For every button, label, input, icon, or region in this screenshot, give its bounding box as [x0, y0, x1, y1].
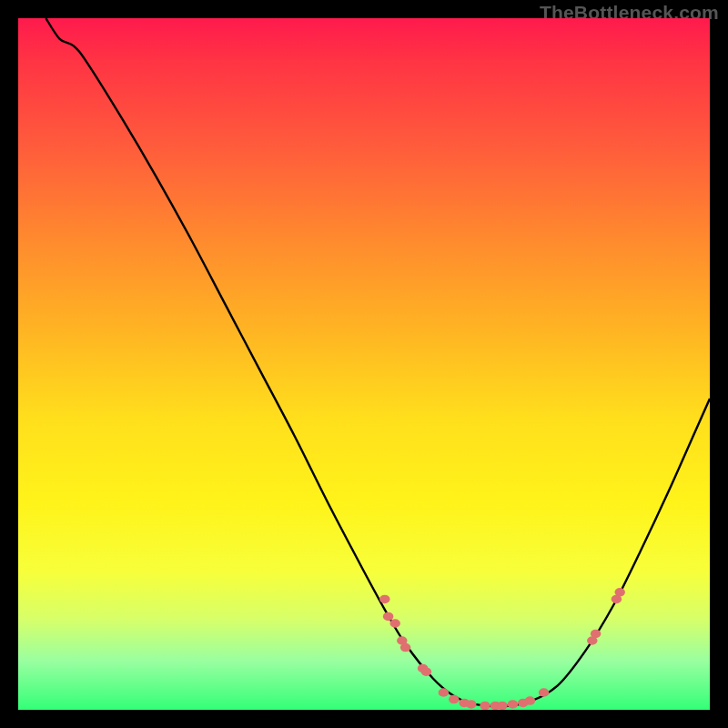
data-point: [383, 612, 394, 622]
data-point: [421, 667, 432, 676]
data-point: [480, 702, 490, 710]
data-point: [539, 688, 550, 697]
data-point: [497, 702, 508, 710]
chart-frame: TheBottleneck.com: [0, 0, 728, 728]
data-point: [379, 595, 390, 604]
data-point: [400, 643, 411, 652]
bottleneck-curve: [46, 18, 710, 706]
scatter-points: [379, 588, 625, 710]
plot-svg: [18, 18, 710, 710]
data-point: [466, 700, 477, 709]
data-point: [614, 588, 625, 597]
data-point: [389, 619, 400, 628]
data-point: [525, 696, 536, 705]
data-point: [449, 695, 460, 704]
data-point: [591, 630, 602, 639]
data-point: [439, 688, 450, 697]
data-point: [508, 700, 519, 709]
plot-area: [18, 18, 710, 710]
